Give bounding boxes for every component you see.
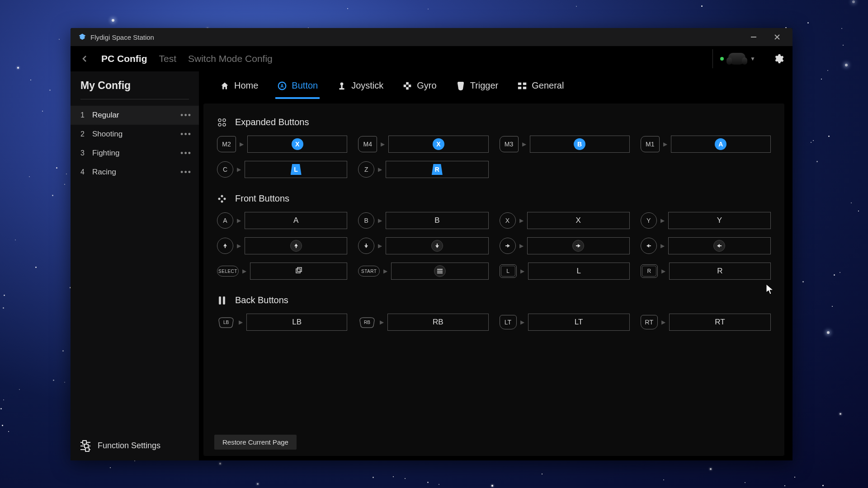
arrow-separator-icon: ▶ [519, 217, 524, 224]
assignment-field[interactable]: RT [669, 314, 771, 331]
assigned-value: LB [292, 318, 302, 327]
assigned-value-icon: B [574, 138, 585, 150]
mapping-row: RB ▶ RB [358, 314, 488, 331]
assignment-field[interactable] [668, 237, 771, 254]
assignment-field[interactable] [245, 237, 347, 254]
mapping-row: Y ▶ Y [641, 212, 771, 229]
svg-rect-28 [223, 296, 225, 305]
sidebar-item-fighting[interactable]: 3 Fighting ••• [71, 144, 199, 163]
arrow-separator-icon: ▶ [661, 268, 665, 274]
assigned-value: LT [575, 318, 583, 327]
assigned-value-icon [572, 240, 584, 252]
title-bar: Flydigi Space Station [71, 28, 793, 46]
hardware-button-label: M1 [641, 136, 660, 152]
arrow-separator-icon: ▶ [240, 141, 244, 147]
more-icon[interactable]: ••• [177, 130, 195, 139]
assignment-field[interactable]: B [386, 212, 488, 229]
section-title: Back Buttons [235, 295, 288, 305]
assignment-field[interactable]: A [671, 136, 771, 153]
svg-rect-23 [297, 267, 302, 272]
svg-rect-4 [341, 85, 343, 88]
breadcrumb-2[interactable]: Switch Mode Config [188, 53, 273, 64]
assignment-field[interactable]: R [669, 263, 771, 280]
gamepad-icon [728, 53, 745, 65]
back-button[interactable] [79, 52, 91, 65]
sidebar-title: My Config [71, 71, 199, 106]
section-front-buttons: Front Buttons A ▶ A B ▶ B X [217, 193, 771, 280]
assigned-value-icon: L [291, 164, 302, 175]
more-icon[interactable]: ••• [177, 168, 195, 177]
close-button[interactable] [771, 31, 783, 43]
svg-point-3 [340, 82, 344, 85]
settings-button[interactable] [773, 53, 784, 65]
assignment-field[interactable]: X [247, 136, 347, 153]
function-settings-button[interactable]: Function Settings [71, 431, 199, 460]
assigned-value: RB [433, 318, 443, 327]
assignment-field[interactable]: RB [387, 314, 488, 331]
top-nav: PC ConfigTestSwitch Mode Config ▼ [71, 46, 793, 71]
breadcrumb-1[interactable]: Test [159, 53, 176, 64]
mapping-row: R ▶ R [641, 263, 771, 280]
minimize-button[interactable] [747, 31, 760, 43]
mapping-row: ▶ [358, 237, 488, 254]
config-name: Fighting [92, 149, 177, 158]
assignment-field[interactable]: A [245, 212, 347, 229]
more-icon[interactable]: ••• [177, 149, 195, 158]
section-title: Front Buttons [235, 193, 289, 204]
more-icon[interactable]: ••• [177, 111, 195, 120]
mapping-row: START ▶ [358, 263, 488, 280]
svg-rect-25 [437, 271, 443, 272]
sidebar-item-shooting[interactable]: 2 Shooting ••• [71, 125, 199, 144]
home-icon [220, 81, 230, 91]
tab-gyro[interactable]: Gyro [401, 77, 438, 99]
hardware-button-label [217, 238, 233, 254]
assignment-field[interactable]: X [388, 136, 488, 153]
tab-home[interactable]: Home [218, 77, 260, 99]
assigned-value-icon [295, 266, 303, 277]
hardware-button-label [358, 238, 374, 254]
assignment-field[interactable]: LT [528, 314, 630, 331]
assigned-value-icon [713, 240, 725, 252]
button-icon: A [277, 81, 287, 91]
assignment-field[interactable]: B [530, 136, 630, 153]
assignment-field[interactable]: L [528, 263, 630, 280]
breadcrumb-0[interactable]: PC Config [101, 53, 147, 64]
device-indicator[interactable]: ▼ [712, 49, 763, 68]
assignment-field[interactable]: L [245, 161, 347, 178]
joystick-icon [337, 81, 347, 91]
assigned-value-icon: X [292, 138, 303, 150]
arrow-separator-icon: ▶ [381, 141, 385, 147]
mapping-row: Z ▶ R [358, 161, 488, 178]
svg-rect-7 [404, 84, 406, 87]
assignment-field[interactable]: LB [246, 314, 347, 331]
hardware-button-label: RT [641, 315, 658, 329]
assigned-value: B [434, 216, 439, 225]
sidebar-item-regular[interactable]: 1 Regular ••• [71, 106, 199, 125]
tab-general[interactable]: General [515, 77, 566, 99]
assignment-field[interactable] [391, 263, 488, 280]
assigned-value-icon: R [432, 164, 443, 175]
tab-trigger[interactable]: Trigger [454, 77, 500, 99]
svg-rect-8 [409, 84, 411, 87]
svg-rect-10 [518, 82, 521, 85]
svg-text:A: A [281, 83, 284, 88]
assignment-field[interactable]: R [386, 161, 488, 178]
mapping-row: ▶ [500, 237, 630, 254]
sidebar-item-racing[interactable]: 4 Racing ••• [71, 163, 199, 182]
restore-page-button[interactable]: Restore Current Page [214, 435, 297, 450]
assignment-field[interactable] [386, 237, 488, 254]
dpad-icon [217, 194, 227, 204]
assigned-value: X [576, 216, 580, 225]
svg-rect-27 [219, 296, 221, 305]
tab-joystick[interactable]: Joystick [335, 77, 385, 99]
assignment-field[interactable]: Y [668, 212, 771, 229]
mapping-row: RT ▶ RT [641, 314, 771, 331]
mapping-row: M1 ▶ A [641, 136, 771, 153]
assigned-value: Y [717, 216, 722, 225]
assignment-field[interactable] [527, 237, 630, 254]
assignment-field[interactable]: X [527, 212, 630, 229]
hardware-button-label: M4 [358, 136, 377, 152]
config-number: 1 [80, 111, 92, 119]
tab-button[interactable]: A Button [275, 77, 320, 99]
assignment-field[interactable] [250, 263, 347, 280]
